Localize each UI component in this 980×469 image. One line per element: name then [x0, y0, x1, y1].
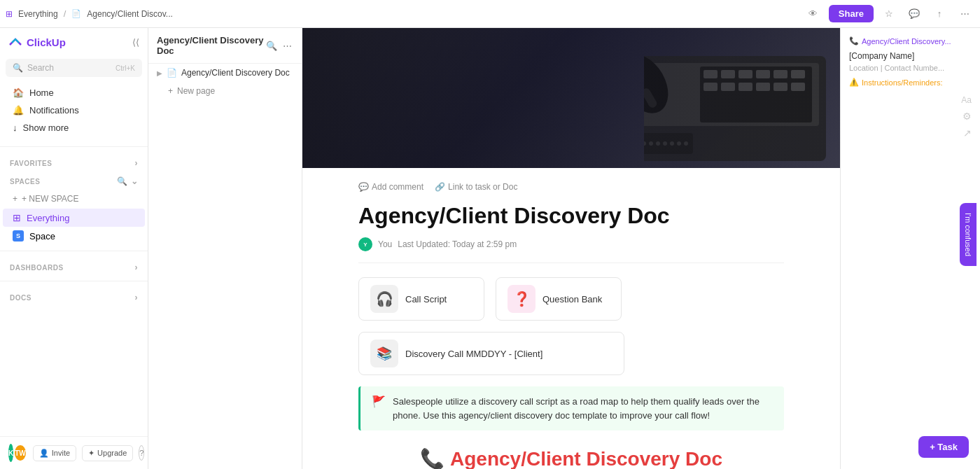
doc-content-area: 💬 Add comment 🔗 Link to task or Doc Agen… [302, 168, 840, 469]
star-icon[interactable]: ☆ [879, 4, 899, 24]
doc-updated: Last Updated: Today at 2:59 pm [398, 239, 517, 249]
doc-menu-icon[interactable]: ⋯ [281, 39, 293, 52]
sidebar-nav: 🏠 Home 🔔 Notifications ↓ Show more [0, 80, 148, 141]
right-panel: 📞 Agency/Client Discovery... [Company Na… [840, 28, 980, 469]
doc-author-avatar: Y [358, 237, 372, 251]
comment-icon: 💬 [358, 182, 369, 192]
upgrade-button[interactable]: ✦ Upgrade [82, 445, 133, 461]
call-script-card[interactable]: 🎧 Call Script [358, 277, 484, 321]
doc-callout: 🚩 Salespeople utilize a discovery call s… [358, 386, 784, 430]
doc-footer-title: 📞 Agency/Client Discovery Doc [358, 447, 784, 469]
doc-author: You [378, 239, 392, 249]
chevron-right-icon: ▶ [157, 69, 162, 77]
hero-image [302, 28, 840, 168]
space-grid-icon: ⊞ [6, 9, 13, 19]
topbar: ⊞ Everything / 📄 Agency/Client Discov...… [0, 0, 980, 28]
doc-sidebar-icons: 🔍 ⋯ [265, 39, 293, 52]
share-panel-icon[interactable]: ↗ [963, 127, 972, 139]
app-logo[interactable]: ClickUp [8, 35, 66, 49]
favorites-section: FAVORITES › [0, 153, 148, 171]
invite-label: Invite [52, 449, 70, 457]
avatar-k: K [8, 444, 13, 462]
space-label: Space [29, 231, 55, 241]
add-comment-action[interactable]: 💬 Add comment [358, 182, 424, 192]
spaces-actions: 🔍 ⌄ [117, 176, 138, 186]
discovery-call-card[interactable]: 📚 Discovery Call MMDDYY - [Client] [358, 332, 624, 375]
phone-icon: 📞 [420, 447, 444, 469]
breadcrumb-doc[interactable]: Agency/Client Discov... [87, 9, 173, 19]
sidebar-bottom: K TW 👤 Invite ✦ Upgrade ? [0, 436, 148, 469]
task-button[interactable]: + Task [918, 436, 969, 458]
doc-footer-label: Agency/Client Discovery Doc [450, 448, 722, 470]
dashboards-label: DASHBOARDS [10, 264, 64, 272]
app-name: ClickUp [27, 36, 66, 48]
spaces-label: SPACES [10, 178, 40, 186]
sidebar-item-label-notifications: Notifications [29, 105, 79, 115]
doc-meta: Y You Last Updated: Today at 2:59 pm [358, 237, 784, 263]
flag-icon: 🚩 [372, 395, 386, 408]
sidebar-collapse-icon[interactable]: ⟨⟨ [132, 37, 139, 48]
star-upgrade-icon: ✦ [88, 449, 94, 458]
settings-icon[interactable]: ⚙ [962, 111, 972, 122]
company-name-field[interactable]: [Company Name] [849, 51, 972, 61]
plus-icon: + [13, 194, 18, 204]
docs-section: DOCS › [0, 287, 148, 305]
docs-expand-icon[interactable]: › [135, 293, 139, 302]
discovery-call-label: Discovery Call MMDDYY - [Client] [405, 349, 542, 359]
warning-icon: ⚠️ [849, 78, 859, 87]
instructions-label: Instructions/Reminders: [862, 78, 943, 87]
doc-sidebar: Agency/Client Discovery Doc 🔍 ⋯ ▶ 📄 Agen… [148, 28, 302, 469]
new-space-button[interactable]: + + NEW SPACE [3, 190, 145, 207]
discovery-call-icon: 📚 [370, 340, 398, 368]
location-contact-field[interactable]: Location | Contact Numbe... [849, 64, 972, 72]
search-placeholder: Search [27, 63, 54, 73]
help-button[interactable]: ? [139, 445, 144, 461]
sidebar-item-show-more[interactable]: ↓ Show more [3, 119, 145, 136]
sidebar-item-everything[interactable]: ⊞ Everything [3, 209, 145, 227]
arrow-down-icon: ↓ [13, 122, 18, 133]
call-script-label: Call Script [405, 294, 447, 304]
instructions-reminders[interactable]: ⚠️ Instructions/Reminders: [849, 78, 972, 87]
dashboards-section: DASHBOARDS › [0, 257, 148, 275]
breadcrumb-space[interactable]: Everything [18, 9, 58, 19]
sidebar-item-notifications[interactable]: 🔔 Notifications [3, 102, 145, 119]
right-panel-link[interactable]: 📞 Agency/Client Discovery... [849, 36, 972, 46]
hero-bg [302, 28, 840, 168]
upgrade-label: Upgrade [97, 449, 127, 457]
search-bar[interactable]: 🔍 Search Ctrl+K [6, 59, 142, 77]
home-icon: 🏠 [13, 88, 24, 98]
link-task-action[interactable]: 🔗 Link to task or Doc [435, 182, 517, 192]
plus-new-page-icon: + [168, 86, 173, 96]
search-shortcut: Ctrl+K [115, 64, 135, 72]
chat-icon[interactable]: 💬 [904, 4, 924, 24]
sidebar-item-home[interactable]: 🏠 Home [3, 84, 145, 102]
export-icon[interactable]: ↑ [930, 4, 949, 24]
search-icon: 🔍 [13, 63, 23, 73]
right-panel-link-text: Agency/Client Discovery... [862, 37, 951, 46]
question-bank-card[interactable]: ❓ Question Bank [496, 277, 622, 321]
watch-icon[interactable]: 👁 [804, 4, 823, 24]
favorites-expand-icon[interactable]: › [135, 158, 139, 168]
doc-search-icon[interactable]: 🔍 [265, 39, 279, 52]
dashboards-expand-icon[interactable]: › [135, 262, 139, 272]
link-icon: 🔗 [435, 182, 445, 192]
invite-button[interactable]: 👤 Invite [33, 445, 76, 461]
new-page-label: New page [177, 86, 215, 96]
call-script-icon: 🎧 [370, 285, 398, 313]
sidebar-item-space[interactable]: S Space [3, 227, 145, 245]
spaces-search-icon[interactable]: 🔍 [117, 176, 128, 186]
edit-text-icon[interactable]: Aa [961, 95, 972, 105]
doc-tree-label: Agency/Client Discovery Doc [181, 68, 290, 78]
spaces-chevron-icon[interactable]: ⌄ [131, 176, 139, 186]
doc-sidebar-title: Agency/Client Discovery Doc [157, 35, 265, 56]
question-bank-label: Question Bank [542, 294, 602, 304]
more-icon[interactable]: ⋯ [955, 4, 974, 24]
new-page-item[interactable]: + New page [148, 82, 302, 100]
everything-label: Everything [27, 213, 69, 223]
confused-button[interactable]: I'm confused [960, 203, 976, 266]
doc-tree-item[interactable]: ▶ 📄 Agency/Client Discovery Doc [148, 64, 302, 82]
doc-cards-row1: 🎧 Call Script ❓ Question Bank [358, 277, 784, 321]
sidebar-item-label-show-more: Show more [23, 122, 69, 133]
callout-text: Salespeople utilize a discovery call scr… [393, 395, 773, 422]
share-button[interactable]: Share [829, 5, 874, 22]
